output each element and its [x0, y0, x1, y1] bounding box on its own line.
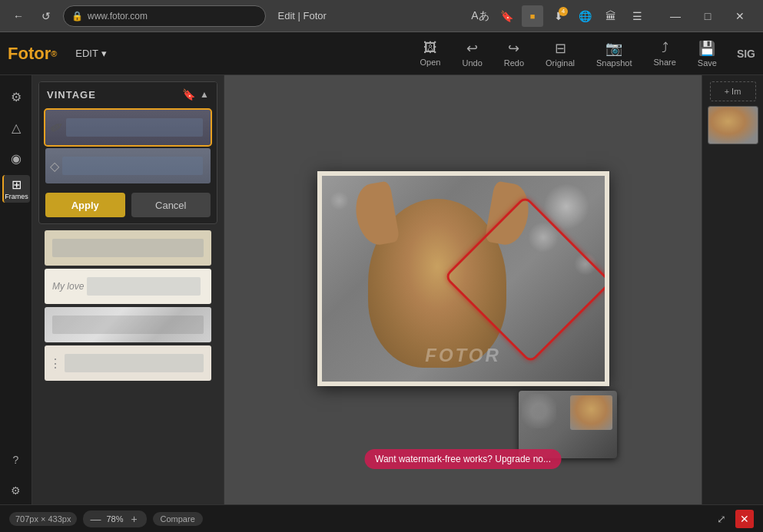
frame-item-3[interactable] — [45, 230, 211, 266]
edit-label: EDIT — [75, 48, 98, 59]
frame-bar-2 — [62, 157, 203, 175]
sidebar-item-effects[interactable]: △ — [2, 114, 30, 141]
save-icon: 💾 — [698, 40, 715, 57]
original-icon: ⊟ — [555, 40, 566, 57]
adjust-icon: ⚙ — [11, 90, 22, 104]
download-icon[interactable]: ⬇4 — [548, 5, 569, 27]
menu-icon[interactable]: ☰ — [626, 5, 648, 27]
frame-item-4[interactable]: My love — [45, 269, 211, 304]
sidebar-item-frames[interactable]: ⊞ Frames — [2, 175, 30, 203]
profile-icon[interactable]: 🌐 — [574, 5, 595, 27]
collapse-icon[interactable]: ▲ — [200, 89, 209, 100]
open-button[interactable]: 🖼 Open — [411, 37, 450, 70]
dog-ear-left — [351, 180, 400, 247]
redo-button[interactable]: ↪ Redo — [495, 37, 533, 71]
frames-panel: VINTAGE 🔖 ▲ ✏ ◇ — [32, 75, 224, 504]
chevron-down-icon: ▾ — [101, 48, 107, 59]
frame-item-1[interactable]: ✏ — [45, 110, 211, 145]
frame-preview-dark: ✏ — [45, 110, 211, 145]
vintage-section: VINTAGE 🔖 ▲ ✏ ◇ — [38, 81, 217, 224]
extra-frames-section: My love ⋮ — [38, 230, 217, 381]
mini-preview-inner — [519, 391, 617, 458]
minimize-button[interactable]: — — [660, 5, 691, 27]
collections-icon[interactable]: 🏛 — [600, 5, 622, 27]
frame-preview-beige — [45, 230, 211, 266]
settings-icon: ⚙ — [11, 484, 21, 497]
vintage-header-icons: 🔖 ▲ — [182, 88, 209, 101]
frame-item-2[interactable]: ◇ — [45, 148, 211, 183]
mini-preview-panel — [519, 391, 617, 458]
image-dimensions: 707px × 433px — [9, 512, 77, 526]
open-icon: 🖼 — [423, 40, 437, 56]
vintage-title: VINTAGE — [47, 89, 96, 101]
eye-icon: ◉ — [11, 151, 22, 166]
app-toolbar: Fotor® EDIT ▾ 🖼 Open ↩ Undo ↪ Redo ⊟ Ori… — [0, 32, 763, 75]
address-bar[interactable]: 🔒 www.fotor.com — [63, 5, 266, 27]
frame-preview-script: My love — [45, 269, 211, 304]
frame-bar-3 — [52, 239, 204, 257]
frames-label: Frames — [5, 193, 28, 200]
canvas-area[interactable]: FOTOR Want watermark-free works? Upgrade… — [224, 75, 702, 504]
bottom-close-button[interactable]: ✕ — [735, 510, 754, 528]
share-button[interactable]: ⤴ Share — [644, 37, 685, 70]
frame-item-6[interactable]: ⋮ — [45, 345, 211, 381]
translate-icon[interactable]: Aあ — [469, 5, 491, 27]
undo-icon: ↩ — [466, 40, 478, 57]
thumbnail-item[interactable] — [708, 106, 758, 144]
sidebar-item-eye[interactable]: ◉ — [2, 144, 30, 172]
thumb-inner — [708, 107, 758, 144]
frame-bar-5 — [52, 316, 204, 334]
browser-icons: Aあ 🔖 ■ ⬇4 🌐 🏛 ☰ — [469, 5, 648, 27]
sidebar-item-help[interactable]: ? — [2, 446, 30, 474]
watermark-banner[interactable]: Want watermark-free works? Upgrade no... — [364, 449, 562, 469]
save-button[interactable]: 💾 Save — [688, 37, 726, 71]
edit-menu[interactable]: EDIT ▾ — [69, 45, 113, 62]
frame-bar-4 — [87, 277, 201, 296]
line-ornament-icon: ⋮ — [49, 356, 61, 371]
main-photo: FOTOR — [317, 171, 609, 386]
cancel-button[interactable]: Cancel — [131, 193, 211, 217]
window-controls: — □ ✕ — [660, 5, 755, 27]
sign-label: SIG — [737, 48, 755, 60]
fotor-logo: Fotor® — [8, 44, 57, 64]
maximize-button[interactable]: □ — [692, 5, 723, 27]
vintage-header: VINTAGE 🔖 ▲ — [39, 82, 217, 107]
url-text: www.fotor.com — [88, 11, 148, 21]
zoom-out-button[interactable]: — — [89, 513, 101, 525]
browser-chrome: ← ↺ 🔒 www.fotor.com Edit | Fotor Aあ 🔖 ■ … — [0, 0, 763, 32]
sidebar-icons: ⚙ △ ◉ ⊞ Frames ? ⚙ — [0, 75, 32, 504]
lock-icon: 🔒 — [71, 11, 83, 21]
zoom-in-button[interactable]: + — [128, 513, 141, 525]
frame-item-5[interactable] — [45, 307, 211, 342]
page-title: Edit | Fotor — [278, 10, 464, 21]
fullscreen-button[interactable]: ⤢ — [717, 513, 726, 525]
effects-icon: △ — [12, 121, 21, 135]
compare-button[interactable]: Compare — [153, 512, 203, 526]
share-icon: ⤴ — [662, 40, 668, 56]
help-icon: ? — [13, 454, 19, 466]
frame-preview-steelblue: ◇ — [45, 148, 211, 183]
snapshot-icon: 📷 — [605, 40, 622, 57]
sidebar-item-settings[interactable]: ⚙ — [2, 477, 30, 504]
frames-icon: ⊞ — [12, 177, 22, 192]
watermark-text: FOTOR — [425, 345, 501, 366]
frame-bar — [66, 118, 203, 137]
zoom-controls: — 78% + — [83, 511, 146, 527]
sidebar-item-adjust[interactable]: ⚙ — [2, 83, 30, 111]
diamond-icon: ◇ — [50, 159, 59, 173]
original-button[interactable]: ⊟ Original — [536, 37, 584, 71]
add-image-button[interactable]: + Im — [710, 81, 756, 101]
apply-button[interactable]: Apply — [45, 193, 125, 217]
close-button[interactable]: ✕ — [725, 5, 755, 27]
bookmark-icon[interactable]: 🔖 — [496, 5, 517, 27]
back-button[interactable]: ← — [8, 5, 29, 27]
snapshot-button[interactable]: 📷 Snapshot — [587, 37, 641, 71]
redo-icon: ↪ — [508, 40, 519, 57]
fullscreen-icon: ⤢ — [717, 513, 726, 525]
frame-bar-6 — [65, 354, 204, 372]
undo-button[interactable]: ↩ Undo — [453, 37, 491, 71]
pencil-icon: ✏ — [46, 116, 67, 138]
reload-button[interactable]: ↺ — [35, 5, 57, 27]
mini-dog-thumb — [570, 395, 612, 430]
bokeh-4 — [330, 191, 349, 210]
